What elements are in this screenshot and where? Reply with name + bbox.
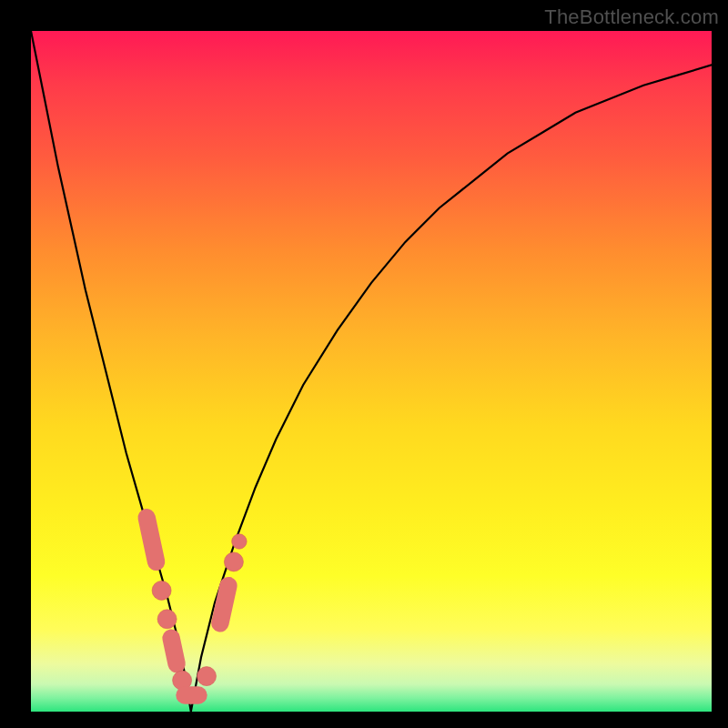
chart-frame: TheBottleneck.com bbox=[0, 0, 728, 728]
curve-layer bbox=[31, 31, 712, 712]
marker-group bbox=[147, 518, 247, 695]
bottleneck-curve bbox=[31, 31, 712, 712]
marker-dot-9 bbox=[232, 534, 247, 549]
marker-dot-8 bbox=[224, 552, 243, 571]
marker-dot-6 bbox=[197, 667, 217, 686]
plot-area bbox=[31, 31, 712, 712]
marker-dot-1 bbox=[152, 581, 171, 600]
watermark-text: TheBottleneck.com bbox=[544, 5, 719, 29]
marker-capsule-0 bbox=[147, 518, 156, 562]
marker-capsule-3 bbox=[171, 638, 177, 663]
marker-capsule-7 bbox=[220, 586, 228, 623]
marker-dot-2 bbox=[157, 610, 177, 629]
